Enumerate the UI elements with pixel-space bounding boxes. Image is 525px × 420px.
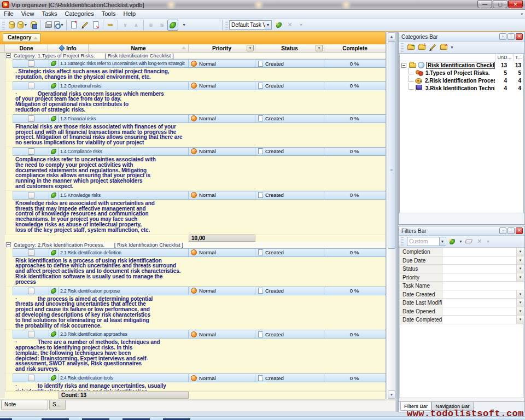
clear-filter-button[interactable] [464, 237, 474, 247]
tree-col-total[interactable]: T... [513, 54, 523, 61]
edit-task-button[interactable] [79, 20, 90, 31]
task-complete-cell[interactable]: 0 % [324, 249, 384, 256]
new-task-button[interactable] [68, 20, 79, 31]
tree-item[interactable]: 2.Risk Identification Process.44 [400, 77, 523, 84]
edit-category-button[interactable] [428, 43, 438, 52]
task-view-combo[interactable]: Default Task View ▼ [229, 20, 272, 30]
view-mode-dropdown[interactable]: ▼ [178, 20, 189, 31]
print-preview-button[interactable]: ▼ [54, 20, 65, 31]
task-priority-cell[interactable]: Normal [189, 115, 255, 122]
task-row[interactable]: 1.4 Compliance risksNormalCreated0 % [13, 147, 386, 156]
toolbar-grip[interactable] [401, 237, 404, 246]
group-by-category-chip[interactable]: Category [3, 33, 40, 42]
task-status-cell[interactable]: Created [255, 82, 324, 90]
maximize-button[interactable]: ▢ [493, 1, 508, 8]
chevron-down-icon[interactable]: ▼ [459, 240, 463, 243]
task-note-row[interactable]: . Strategic risks affect such areas as i… [5, 68, 386, 81]
move-top-button[interactable]: ≋ [156, 20, 167, 31]
task-name-cell[interactable]: 2.4 Risk identification tools [59, 374, 189, 382]
delete-task-button[interactable] [90, 20, 101, 31]
chevron-down-icon[interactable]: ▼ [265, 21, 271, 29]
menu-view[interactable]: View [18, 10, 38, 18]
menu-file[interactable]: File [0, 10, 18, 18]
scroll-up-button[interactable]: ▲ [388, 32, 395, 40]
priority-filter-button[interactable]: ▼ [247, 45, 254, 51]
collapse-icon[interactable] [6, 53, 11, 58]
remove-filter-button[interactable]: ✕ [475, 237, 485, 247]
clear-view-button[interactable]: ✕ [284, 20, 295, 31]
menu-categories[interactable]: Categories [61, 10, 98, 18]
task-status-cell[interactable]: Created [255, 374, 324, 382]
new-list-button[interactable] [406, 43, 416, 52]
filter-preset-combo[interactable]: Custom ▼ [407, 237, 446, 246]
column-header-done[interactable]: Done [5, 44, 48, 52]
toolbar-grip[interactable] [225, 21, 228, 30]
filter-dropdown-button[interactable]: ▼ [516, 273, 524, 282]
task-complete-cell[interactable]: 0 % [324, 82, 384, 90]
task-priority-cell[interactable]: Normal [189, 330, 255, 338]
task-row[interactable]: 2.4 Risk identification toolsNormalCreat… [13, 374, 386, 382]
filter-value-cell[interactable] [442, 256, 516, 265]
toolbar-grip[interactable] [2, 21, 5, 30]
task-note-row[interactable]: Financial risks are those risks associat… [5, 123, 386, 147]
column-header-info[interactable]: Info [48, 44, 89, 52]
task-done-checkbox[interactable] [28, 60, 34, 67]
task-name-cell[interactable]: 1.2 Operational risks [59, 82, 189, 90]
task-status-cell[interactable]: Created [255, 191, 324, 199]
delete-category-button[interactable] [439, 43, 448, 52]
task-name-cell[interactable]: 1.3 Financial risks [59, 115, 189, 122]
bottom-tab-note[interactable]: Note [1, 400, 48, 410]
close-button[interactable]: ✕ [508, 1, 523, 8]
column-header-status[interactable]: Status▼ [255, 44, 324, 52]
column-header-complete[interactable]: Complete [324, 44, 386, 52]
category-group-row[interactable]: Category: 1.Types of Project Risks.[ Ris… [5, 52, 386, 59]
task-row[interactable]: 1.1 Strategic risks refer to uncertainti… [13, 59, 386, 68]
filter-dropdown-button[interactable]: ▼ [516, 316, 524, 324]
move-up-button[interactable]: ∧ [131, 20, 142, 31]
task-row[interactable]: 2.1 Risk identification definitionNormal… [13, 248, 386, 257]
task-complete-cell[interactable]: 0 % [324, 374, 384, 382]
filter-dropdown-button[interactable]: ▼ [516, 265, 524, 273]
task-name-cell[interactable]: 2.3 Risk identification approaches [59, 330, 189, 338]
apply-view-button[interactable]: ✦ [273, 20, 284, 31]
task-complete-cell[interactable]: 0 % [324, 330, 384, 338]
task-name-cell[interactable]: 1.5 Knowledge risks [59, 191, 189, 199]
task-note-row[interactable]: Risk Identification is a process of usin… [5, 257, 386, 287]
apply-filter-button[interactable]: ✦ [447, 237, 457, 247]
panel-close-button[interactable]: ✕ [516, 228, 523, 234]
filter-dropdown-button[interactable]: ▼ [516, 307, 524, 316]
task-status-cell[interactable]: Created [255, 60, 324, 67]
menu-overflow-icon[interactable]: ▾ [521, 12, 523, 16]
task-name-cell[interactable]: 1.4 Compliance risks [59, 148, 189, 155]
task-note-row[interactable]: · There are a number of methods, techniq… [5, 339, 386, 374]
status-filter-button[interactable]: ▼ [316, 45, 323, 51]
task-done-checkbox[interactable] [28, 192, 34, 199]
move-down-button[interactable]: ∨ [120, 20, 131, 31]
tree-col-undone[interactable]: UnD... [495, 54, 513, 61]
task-done-checkbox[interactable] [28, 115, 34, 122]
filter-dropdown-button[interactable]: ▼ [516, 299, 524, 307]
task-complete-cell[interactable]: 0 % [324, 148, 384, 155]
task-complete-cell[interactable]: 0 % [324, 60, 384, 67]
collapse-icon[interactable] [401, 63, 406, 68]
task-done-checkbox[interactable] [28, 331, 34, 337]
task-name-cell[interactable]: 2.1 Risk identification definition [59, 249, 189, 256]
task-priority-cell[interactable]: Normal [189, 148, 255, 155]
filter-dropdown-button[interactable]: ▼ [516, 248, 524, 256]
task-priority-cell[interactable]: Normal [189, 191, 255, 199]
panel-close-button[interactable]: ✕ [516, 33, 523, 40]
tree-item[interactable]: 3.Risk Identification Technique44 [400, 84, 523, 92]
task-status-cell[interactable]: Created [255, 115, 324, 122]
filter-value-cell[interactable] [442, 248, 516, 256]
filter-value-cell[interactable] [442, 307, 516, 316]
move-bottom-button[interactable]: ≋ [145, 20, 156, 31]
task-name-cell[interactable]: 2.2 Risk identification purpose [59, 287, 189, 295]
save-database-button[interactable] [28, 20, 39, 31]
collapse-icon[interactable] [6, 242, 11, 247]
task-status-cell[interactable]: Created [255, 148, 324, 155]
task-note-row[interactable]: · to identify risks and manage uncertain… [5, 382, 386, 391]
task-row[interactable]: 1.2 Operational risksNormalCreated0 % [13, 81, 386, 90]
view-mode-button[interactable] [167, 20, 178, 31]
task-name-cell[interactable]: 1.1 Strategic risks refer to uncertainti… [59, 60, 189, 67]
task-note-row[interactable]: · the process is aimed at determining po… [5, 295, 386, 330]
